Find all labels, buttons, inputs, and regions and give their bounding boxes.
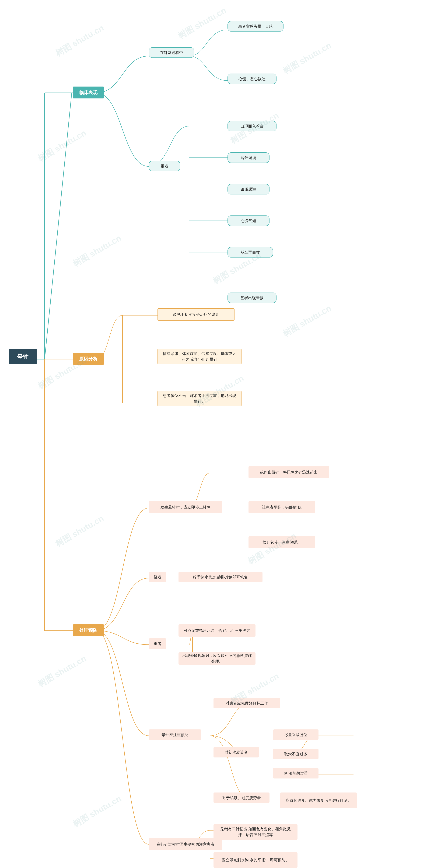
- explain-node: 对患者应先做好解释工作: [213, 698, 280, 708]
- watermark: 树图 shutu.cn: [36, 127, 89, 164]
- svg-line-0: [45, 93, 72, 359]
- hot-water-node: 给予热水饮之,静卧片刻即可恢复: [178, 572, 263, 582]
- remove-needle-node: 或停止留针，将已刺之针迅速起出: [248, 466, 329, 478]
- mind-map: 树图 shutu.cn 树图 shutu.cn 树图 shutu.cn 树图 s…: [0, 0, 448, 868]
- prevention-node: 晕针应注重预防: [149, 730, 201, 740]
- gentle-stim-node: 刺 激切勿过重: [273, 768, 318, 778]
- dizziness-node: 患者突感头晕、目眩: [228, 21, 283, 32]
- watermark: 树图 shutu.cn: [36, 653, 89, 690]
- mild-node: 轻者: [149, 572, 166, 582]
- lay-down-node: 让患者平卧，头部放 低: [248, 501, 315, 513]
- severe-clinical-node: 重者: [149, 161, 180, 171]
- clinical-node: 临床表现: [73, 87, 104, 98]
- cause-node: 原因分析: [73, 353, 104, 365]
- in-needling-node: 在针刺过程中: [149, 47, 194, 58]
- nausea-node: 心慌、恶心欲吐: [228, 73, 276, 84]
- syncope-node: 甚者出现晕厥: [228, 292, 276, 303]
- cause-item3-node: 患者体位不当，施术者手法过重，也能出现晕针。: [158, 391, 241, 406]
- cause-item1-node: 多见于初次接受治疗的患者: [158, 308, 235, 320]
- loosen-belt-node: 松开衣带，注意保暖。: [248, 536, 315, 548]
- stop-needling-node: 发生晕针时，应立即停止针刺: [149, 501, 222, 513]
- watermark: 树图 shutu.cn: [281, 303, 333, 339]
- acupoint-node: 可点刺或指压水沟、合谷、足 三里等穴: [178, 624, 255, 637]
- observe-patient-node: 在行针过程时医生要密切注意患者: [149, 838, 222, 850]
- pale-face-node: 出现面色苍白: [228, 121, 276, 131]
- lying-position-node: 尽量采取卧位: [273, 730, 318, 740]
- watermark: 树图 shutu.cn: [281, 40, 333, 76]
- emergency-node: 出现晕厥现象时，应采取相应的急救措施处理。: [178, 652, 255, 664]
- watermark: 树图 shutu.cn: [54, 22, 106, 59]
- root-node: 晕针: [9, 349, 37, 364]
- severe-treatment-node: 重者: [149, 638, 166, 649]
- cold-sweat-node: 冷汗淋漓: [228, 152, 270, 163]
- palpitation-node: 心慌气短: [228, 215, 270, 226]
- watermark: 树图 shutu.cn: [246, 530, 298, 567]
- watermark: 树图 shutu.cn: [71, 232, 124, 269]
- hungry-node: 对于饥饿、过度疲劳者: [213, 793, 270, 803]
- cause-item2-node: 情绪紧张、体质虚弱、劳累过度、饥饿或大汗之后均可引 起晕针: [158, 349, 241, 364]
- early-signs-node: 见稍有晕针征兆,如面色有变化、额角微见汗、语言应对喜涩等: [213, 824, 298, 840]
- few-points-node: 取穴不宜过多: [273, 749, 318, 759]
- after-meal-node: 应待其进食、体力恢复后再进行针刺。: [280, 793, 357, 808]
- immediate-treatment-node: 应立即点刺水沟,令其平 卧，即可预防。: [213, 852, 298, 868]
- watermark: 树图 shutu.cn: [176, 5, 228, 41]
- watermark: 树图 shutu.cn: [71, 793, 124, 830]
- pulse-node: 脉细弱而数: [228, 247, 273, 257]
- cold-limbs-node: 四 肢厥冷: [228, 184, 270, 194]
- first-visit-node: 对初次就诊者: [213, 747, 259, 757]
- treatment-node: 处理预防: [73, 624, 104, 636]
- watermark: 树图 shutu.cn: [54, 513, 106, 550]
